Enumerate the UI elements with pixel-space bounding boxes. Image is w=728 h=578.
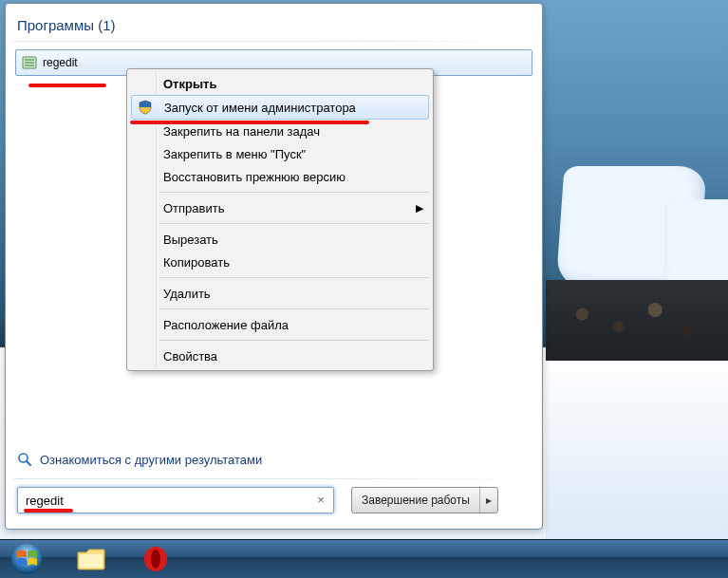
ctx-pin-startmenu[interactable]: Закрепить в меню "Пуск" bbox=[129, 142, 431, 165]
ctx-delete[interactable]: Удалить bbox=[129, 282, 431, 305]
ctx-delete-label: Удалить bbox=[163, 287, 211, 301]
see-more-results-link[interactable]: Ознакомиться с другими результатами bbox=[17, 452, 531, 467]
context-menu-separator bbox=[159, 223, 429, 224]
svg-line-5 bbox=[27, 461, 30, 465]
ctx-open-label: Открыть bbox=[163, 77, 216, 91]
context-menu-separator bbox=[159, 308, 429, 309]
context-menu-separator bbox=[159, 340, 429, 341]
section-divider bbox=[13, 478, 534, 479]
results-section-header: Программы (1) bbox=[6, 4, 542, 39]
regedit-icon bbox=[22, 55, 37, 70]
results-section-title: Программы bbox=[17, 17, 94, 33]
ctx-properties-label: Свойства bbox=[163, 349, 217, 364]
submenu-arrow-icon: ▶ bbox=[416, 202, 423, 214]
context-menu-separator bbox=[159, 277, 429, 278]
shutdown-label: Завершение работы bbox=[352, 494, 479, 507]
ctx-cut-label: Вырезать bbox=[163, 233, 218, 247]
search-input[interactable] bbox=[24, 493, 314, 509]
svg-rect-7 bbox=[80, 554, 103, 568]
context-menu-separator bbox=[159, 192, 429, 193]
ctx-run-as-admin-label: Запуск от имени администратора bbox=[164, 101, 356, 115]
ctx-open[interactable]: Открыть bbox=[129, 72, 431, 95]
ctx-run-as-admin[interactable]: Запуск от имени администратора bbox=[131, 95, 429, 120]
shield-icon bbox=[138, 100, 153, 115]
ctx-cut[interactable]: Вырезать bbox=[129, 228, 431, 251]
search-input-wrapper: × bbox=[17, 487, 334, 513]
annotation-underline bbox=[28, 84, 106, 87]
search-result-label: regedit bbox=[43, 56, 78, 69]
start-button[interactable] bbox=[4, 543, 49, 575]
start-menu-search-panel: Программы (1) regedit Открыть Запуск от … bbox=[5, 3, 543, 530]
shutdown-options-button[interactable]: ▸ bbox=[479, 488, 497, 513]
ctx-file-location-label: Расположение файла bbox=[163, 318, 289, 332]
ctx-properties[interactable]: Свойства bbox=[129, 345, 431, 367]
taskbar bbox=[0, 539, 728, 578]
ctx-file-location[interactable]: Расположение файла bbox=[129, 313, 431, 336]
ctx-pin-taskbar[interactable]: Закрепить на панели задач bbox=[129, 120, 431, 142]
see-more-results-label: Ознакомиться с другими результатами bbox=[40, 453, 262, 467]
shutdown-button[interactable]: Завершение работы ▸ bbox=[351, 487, 498, 513]
context-menu: Открыть Запуск от имени администратора З… bbox=[126, 68, 434, 371]
svg-point-9 bbox=[151, 550, 160, 569]
clear-search-button[interactable]: × bbox=[314, 494, 327, 507]
ctx-send-to[interactable]: Отправить ▶ bbox=[129, 196, 431, 219]
ctx-restore-prev[interactable]: Восстановить прежнюю версию bbox=[129, 165, 431, 188]
chevron-right-icon: ▸ bbox=[486, 494, 492, 507]
ctx-restore-prev-label: Восстановить прежнюю версию bbox=[163, 170, 345, 184]
results-section-count: (1) bbox=[98, 17, 115, 33]
taskbar-explorer[interactable] bbox=[68, 543, 114, 575]
annotation-underline bbox=[24, 509, 73, 513]
section-divider bbox=[13, 41, 534, 42]
ctx-pin-startmenu-label: Закрепить в меню "Пуск" bbox=[163, 147, 306, 161]
ctx-pin-taskbar-label: Закрепить на панели задач bbox=[163, 124, 320, 139]
search-icon bbox=[17, 452, 32, 467]
opera-icon bbox=[142, 546, 169, 572]
windows-orb-icon bbox=[10, 543, 43, 575]
ctx-copy[interactable]: Копировать bbox=[129, 251, 431, 273]
ctx-copy-label: Копировать bbox=[163, 255, 230, 270]
folder-icon bbox=[77, 547, 105, 571]
taskbar-opera[interactable] bbox=[133, 543, 178, 575]
ctx-send-to-label: Отправить bbox=[163, 201, 224, 215]
